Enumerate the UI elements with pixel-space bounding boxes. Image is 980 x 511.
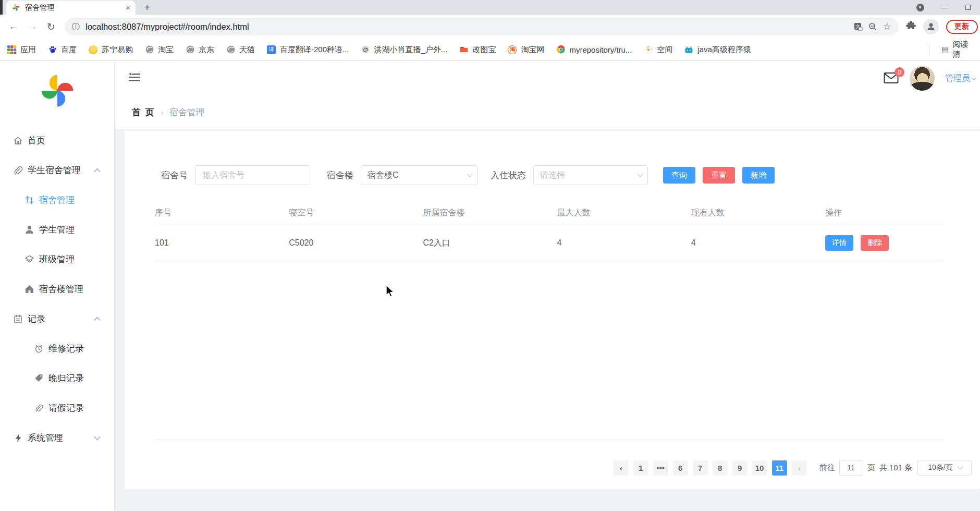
sidebar-item-leave-records[interactable]: 请假记录 xyxy=(0,393,114,423)
new-tab-button[interactable]: + xyxy=(140,0,154,15)
collapse-menu-icon[interactable] xyxy=(128,71,142,85)
bookmark-live[interactable]: 洪湖小肖直播_户外... xyxy=(361,45,448,55)
occupancy-status-select[interactable]: 请选择 xyxy=(533,165,648,185)
bookmark-jd[interactable]: 京东 xyxy=(186,45,214,55)
goto-page-input[interactable] xyxy=(839,460,863,476)
page-button-7[interactable]: 7 xyxy=(693,460,708,476)
page-button-6[interactable]: 6 xyxy=(673,460,688,476)
bookmark-qzone[interactable]: 空间 xyxy=(644,45,672,55)
maximize-button[interactable] xyxy=(956,0,980,15)
bookmark-java[interactable]: java高级程序猿 xyxy=(684,45,751,55)
reading-list-button[interactable]: ▤ 阅读清 xyxy=(941,40,975,59)
gaitubao-icon xyxy=(459,45,468,54)
reset-button[interactable]: 重置 xyxy=(703,167,735,184)
username-label: 管理员 xyxy=(945,73,970,84)
bookmark-myrepository[interactable]: myrepository/tru... xyxy=(556,45,632,54)
zoom-out-icon[interactable] xyxy=(868,22,877,31)
sidebar-item-repair-records[interactable]: 维修记录 xyxy=(0,334,114,363)
sidebar-item-label: 请假记录 xyxy=(48,402,84,414)
sidebar-item-late-return-records[interactable]: 晚归记录 xyxy=(0,363,114,393)
globe-icon xyxy=(145,45,154,54)
sidebar-group-dorm-management[interactable]: 学生宿舍管理 xyxy=(0,155,114,185)
browser-tab-strip: 宿舍管理 × + ▾ — xyxy=(0,0,980,15)
building-select[interactable]: 宿舍楼C xyxy=(361,165,477,185)
page-button-11-active[interactable]: 11 xyxy=(772,460,787,476)
breadcrumb-home[interactable]: 首 页 xyxy=(132,106,155,118)
site-info-icon[interactable]: ⓘ xyxy=(72,22,80,32)
add-button[interactable]: 新增 xyxy=(742,167,775,184)
bookmark-tmall[interactable]: 天猫 xyxy=(226,45,255,55)
globe-icon xyxy=(226,45,235,54)
page-button-9[interactable]: 9 xyxy=(732,460,748,476)
sidebar-item-dorm-management[interactable]: 宿舍管理 xyxy=(0,185,114,215)
next-page-button[interactable]: › xyxy=(792,460,807,476)
sidebar-item-label: 系统管理 xyxy=(28,432,63,444)
chevron-down-icon xyxy=(637,171,643,177)
sidebar-item-class-management[interactable]: 班级管理 xyxy=(0,245,114,274)
page-button-10[interactable]: 10 xyxy=(752,460,767,476)
taobao-icon: 淘 xyxy=(508,45,517,54)
page-button-1[interactable]: 1 xyxy=(633,460,648,476)
minimize-button[interactable]: — xyxy=(932,0,956,15)
bookmark-star-icon[interactable]: ☆ xyxy=(883,21,891,32)
paperclip-icon xyxy=(33,403,44,413)
table-row: 101 C5020 C2入口 4 4 详情 删除 xyxy=(155,225,944,261)
bookmark-suning[interactable]: 苏宁易购 xyxy=(89,45,133,55)
goto-label: 前往 xyxy=(819,463,835,473)
sidebar-item-home[interactable]: 首页 xyxy=(0,126,114,155)
search-button[interactable]: 查询 xyxy=(663,167,695,184)
reading-list-icon: ▤ xyxy=(941,45,949,54)
window-edge xyxy=(0,0,3,15)
caret-down-icon xyxy=(971,75,976,80)
bookmark-taobao-web[interactable]: 淘 淘宝网 xyxy=(508,45,544,55)
table-header-row: 序号 寝室号 所属宿舍楼 最大人数 现有人数 操作 xyxy=(155,203,944,225)
reload-button[interactable]: ↻ xyxy=(42,17,60,36)
bilibili-tv-icon xyxy=(684,45,693,54)
col-building: 所属宿舍楼 xyxy=(423,203,557,225)
tab-close-icon[interactable]: × xyxy=(126,4,130,11)
url-text[interactable]: localhost:8087/myproject#/room/index.htm… xyxy=(85,22,249,32)
bookmark-label: 空间 xyxy=(657,45,672,55)
prev-page-button[interactable]: ‹ xyxy=(614,460,629,476)
browser-tab[interactable]: 宿舍管理 × xyxy=(6,1,136,15)
forward-button[interactable]: → xyxy=(23,17,42,36)
bookmark-gaitubao[interactable]: 改图宝 xyxy=(459,45,496,55)
messages-button[interactable]: 0 xyxy=(884,72,899,84)
sidebar-item-label: 班级管理 xyxy=(39,253,75,265)
sidebar-group-system-management[interactable]: 系统管理 xyxy=(0,423,114,453)
extensions-puzzle-icon[interactable] xyxy=(906,21,916,33)
user-avatar[interactable] xyxy=(910,66,935,91)
sidebar-item-building-management[interactable]: 宿舍楼管理 xyxy=(0,274,114,304)
chevron-down-icon xyxy=(94,433,101,440)
back-button[interactable]: ← xyxy=(4,17,23,36)
bookmarks-bar: 应用 百度 苏宁易购 淘宝 京东 天猫 译 百度翻译-200种语... xyxy=(0,39,980,61)
profile-avatar-icon[interactable] xyxy=(923,19,939,34)
bookmark-baidu-translate[interactable]: 译 百度翻译-200种语... xyxy=(267,45,349,55)
user-menu[interactable]: 管理员 xyxy=(945,73,975,84)
tab-search-button[interactable]: ▾ xyxy=(908,0,932,15)
tag-icon xyxy=(33,373,44,384)
room-number-input[interactable] xyxy=(195,165,310,185)
sidebar-item-label: 晚归记录 xyxy=(48,372,84,384)
address-bar[interactable]: ⓘ localhost:8087/myproject#/room/index.h… xyxy=(65,18,899,35)
cell-building: C2入口 xyxy=(423,225,557,261)
pinwheel-favicon xyxy=(11,3,20,12)
sidebar-item-student-management[interactable]: 学生管理 xyxy=(0,215,114,245)
page-ellipsis[interactable]: ••• xyxy=(653,460,668,476)
bookmark-apps[interactable]: 应用 xyxy=(7,45,36,55)
delete-button[interactable]: 删除 xyxy=(861,235,889,251)
bookmark-label: 淘宝网 xyxy=(521,45,544,55)
bookmark-taobao[interactable]: 淘宝 xyxy=(145,45,174,55)
page-button-8[interactable]: 8 xyxy=(713,460,728,476)
message-count-badge: 0 xyxy=(895,67,904,77)
translate-icon[interactable]: 文 xyxy=(854,22,863,31)
chevron-up-icon xyxy=(94,317,101,323)
detail-button[interactable]: 详情 xyxy=(825,235,853,251)
sidebar-group-records[interactable]: 记录 xyxy=(0,304,114,334)
chrome-update-button[interactable]: 更新 xyxy=(946,20,978,34)
bookmark-baidu[interactable]: 百度 xyxy=(48,45,77,55)
header-right: 0 管理员 xyxy=(884,66,975,91)
bookmark-label: 洪湖小肖直播_户外... xyxy=(374,45,448,55)
page-size-select[interactable]: 10条/页 xyxy=(917,460,972,476)
window-controls: ▾ — xyxy=(908,0,980,15)
